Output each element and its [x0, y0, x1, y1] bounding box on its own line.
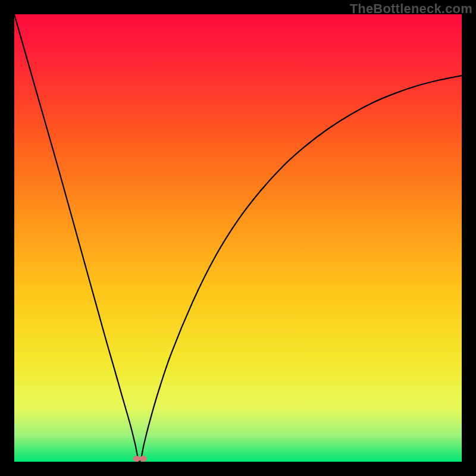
chart-frame — [14, 14, 462, 462]
watermark-text: TheBottleneck.com — [350, 1, 472, 17]
chart-background — [14, 14, 462, 462]
svg-point-0 — [133, 456, 140, 462]
svg-point-1 — [140, 456, 147, 462]
chart-svg — [14, 14, 462, 462]
